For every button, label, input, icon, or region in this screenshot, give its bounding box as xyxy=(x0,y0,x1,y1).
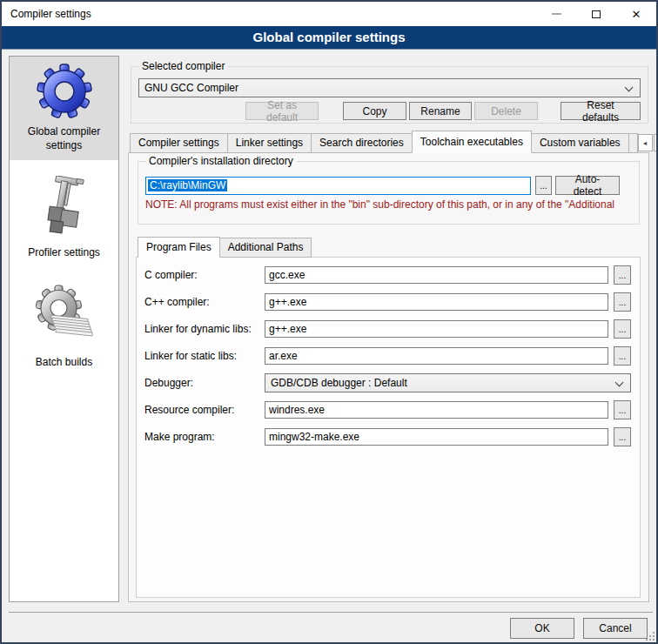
close-icon: ✕ xyxy=(632,9,641,20)
compiler-select[interactable]: GNU GCC Compiler xyxy=(138,78,641,97)
sidebar-item-batch-builds[interactable]: Batch builds xyxy=(10,277,118,378)
field-label: C compiler: xyxy=(144,269,265,281)
resource-compiler-input[interactable] xyxy=(265,401,608,419)
sidebar-item-label: Profiler settings xyxy=(28,246,100,260)
set-as-default-button[interactable]: Set as default xyxy=(245,102,319,120)
form-row-c-compiler: C compiler: ... xyxy=(144,265,632,285)
resource-compiler-browse-button[interactable]: ... xyxy=(614,400,631,419)
form-row-resource-compiler: Resource compiler: ... xyxy=(144,400,632,419)
rename-button[interactable]: Rename xyxy=(409,102,472,120)
linker-static-browse-button[interactable]: ... xyxy=(614,346,631,366)
form-row-cpp-compiler: C++ compiler: ... xyxy=(144,292,632,312)
chevron-down-icon xyxy=(615,379,624,387)
tab-custom-variables[interactable]: Custom variables xyxy=(531,133,629,153)
ok-button[interactable]: OK xyxy=(510,618,574,639)
dialog-header: Global compiler settings xyxy=(2,26,656,50)
minimize-icon xyxy=(552,13,561,15)
resize-grip[interactable] xyxy=(645,631,655,641)
main-panel: Selected compiler GNU GCC Compiler Set a… xyxy=(128,56,650,602)
maximize-icon xyxy=(592,10,601,18)
compiler-settings-dialog: Compiler settings ✕ Global compiler sett… xyxy=(0,0,658,644)
footer-divider xyxy=(9,612,653,613)
sidebar-item-global-compiler-settings[interactable]: Global compiler settings xyxy=(10,57,118,160)
linker-static-input[interactable] xyxy=(265,347,608,365)
install-dir-browse-button[interactable]: ... xyxy=(535,176,552,195)
form-row-linker-dynamic: Linker for dynamic libs: ... xyxy=(144,319,632,339)
blue-gear-icon xyxy=(37,64,92,119)
tab-scroll-right-button[interactable]: ► xyxy=(654,134,658,151)
tab-scroll-arrows: ◄ ► xyxy=(638,134,658,151)
caliper-icon xyxy=(40,176,89,240)
install-dir-group: Compiler's installation directory C:\ray… xyxy=(138,161,640,225)
compiler-buttons-row: Set as default Copy Rename Delete Reset … xyxy=(138,102,641,120)
settings-tabstrip: Compiler settings Linker settings Search… xyxy=(128,131,650,152)
sidebar-item-label: Batch builds xyxy=(36,356,92,370)
tab-linker-settings[interactable]: Linker settings xyxy=(227,133,312,153)
cpp-compiler-input[interactable] xyxy=(265,293,608,311)
sidebar-item-label: Global compiler settings xyxy=(11,125,117,152)
toolchain-executables-page: Compiler's installation directory C:\ray… xyxy=(128,152,649,602)
tab-program-files[interactable]: Program Files xyxy=(138,237,220,258)
delete-button[interactable]: Delete xyxy=(474,102,538,120)
c-compiler-input[interactable] xyxy=(265,266,608,284)
gray-gear-stack-icon xyxy=(34,284,95,350)
compiler-select-value: GNU GCC Compiler xyxy=(144,82,238,94)
linker-dynamic-input[interactable] xyxy=(265,320,608,338)
copy-button[interactable]: Copy xyxy=(343,102,406,120)
field-label: Linker for static libs: xyxy=(144,350,265,362)
make-program-input[interactable] xyxy=(265,428,608,446)
maximize-button[interactable] xyxy=(576,2,616,26)
form-row-debugger: Debugger: GDB/CDB debugger : Default xyxy=(144,373,632,392)
selected-compiler-group: Selected compiler GNU GCC Compiler Set a… xyxy=(131,66,648,124)
tab-search-directories[interactable]: Search directories xyxy=(311,133,413,153)
cancel-button[interactable]: Cancel xyxy=(583,618,648,639)
install-dir-note: NOTE: All programs must exist either in … xyxy=(145,198,632,211)
sidebar: Global compiler settings xyxy=(9,56,119,602)
field-label: C++ compiler: xyxy=(144,296,265,308)
tab-toolchain-executables[interactable]: Toolchain executables xyxy=(412,131,532,153)
titlebar: Compiler settings ✕ xyxy=(2,2,656,26)
programs-tabstrip: Program Files Additional Paths xyxy=(136,237,641,257)
install-dir-selected-text: C:\raylib\MinGW xyxy=(148,179,227,191)
tab-additional-paths[interactable]: Additional Paths xyxy=(219,238,312,258)
program-files-page: C compiler: ... C++ compiler: ... Linker… xyxy=(136,257,641,598)
auto-detect-button[interactable]: Auto-detect xyxy=(555,176,620,195)
tab-scroll-left-button[interactable]: ◄ xyxy=(638,134,653,151)
tab-build-options[interactable]: Build options xyxy=(628,133,638,153)
cpp-compiler-browse-button[interactable]: ... xyxy=(614,292,631,312)
chevron-down-icon xyxy=(625,84,634,92)
debugger-select[interactable]: GDB/CDB debugger : Default xyxy=(265,373,631,392)
form-row-linker-static: Linker for static libs: ... xyxy=(144,346,632,366)
form-row-make-program: Make program: ... xyxy=(144,427,632,446)
make-program-browse-button[interactable]: ... xyxy=(614,427,631,446)
field-label: Make program: xyxy=(144,431,265,443)
c-compiler-browse-button[interactable]: ... xyxy=(614,265,631,285)
field-label: Linker for dynamic libs: xyxy=(144,323,265,335)
reset-defaults-button[interactable]: Reset defaults xyxy=(561,102,641,120)
field-label: Debugger: xyxy=(144,377,265,389)
close-button[interactable]: ✕ xyxy=(616,2,656,26)
window-title: Compiler settings xyxy=(2,8,91,20)
minimize-button[interactable] xyxy=(536,2,576,26)
debugger-select-value: GDB/CDB debugger : Default xyxy=(271,377,407,389)
caption-buttons: ✕ xyxy=(536,2,656,26)
tab-compiler-settings[interactable]: Compiler settings xyxy=(130,133,228,153)
install-dir-input[interactable]: C:\raylib\MinGW xyxy=(145,177,531,195)
install-dir-row: C:\raylib\MinGW ... Auto-detect xyxy=(145,176,632,195)
install-dir-legend: Compiler's installation directory xyxy=(145,155,297,167)
linker-dynamic-browse-button[interactable]: ... xyxy=(614,319,631,339)
field-label: Resource compiler: xyxy=(144,404,265,416)
selected-compiler-legend: Selected compiler xyxy=(138,60,228,72)
sidebar-item-profiler-settings[interactable]: Profiler settings xyxy=(10,169,118,268)
